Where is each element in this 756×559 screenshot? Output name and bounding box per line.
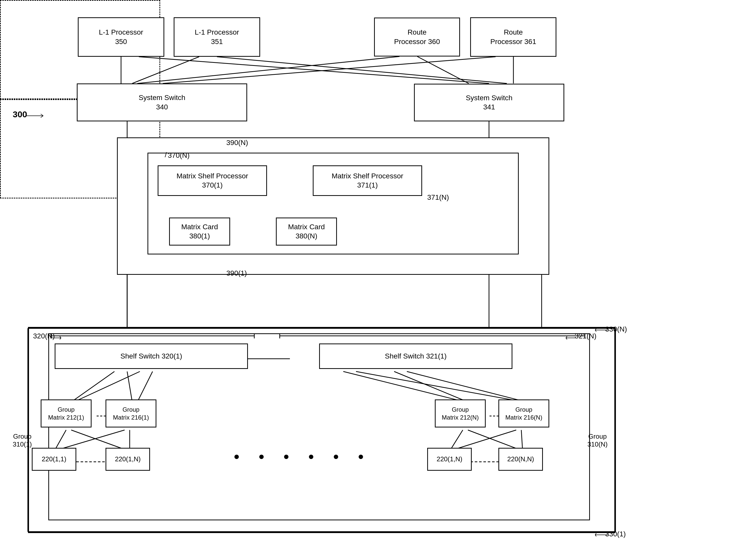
- diagram-container: L-1 Processor350 L-1 Processor351 RouteP…: [0, 0, 756, 559]
- shelf-switch-320: Shelf Switch 320(1): [55, 343, 248, 369]
- svg-line-4: [137, 57, 400, 84]
- l1-processor-350-label: L-1 Processor350: [99, 28, 143, 46]
- box-220-1n-right-label: 220(1,N): [436, 455, 462, 464]
- label-330-1-arrow: [595, 532, 610, 538]
- matrix-shelf-processor-371: Matrix Shelf Processor371(1): [313, 165, 422, 196]
- svg-line-62: [41, 116, 43, 117]
- svg-line-1: [139, 57, 489, 84]
- system-switch-340: System Switch340: [77, 84, 247, 121]
- box-220-1n-left: 220(1,N): [105, 448, 150, 471]
- system-switch-341-label: System Switch341: [466, 93, 513, 112]
- label-320n-arrow: [51, 335, 64, 340]
- box-220-nn: 220(N,N): [498, 448, 543, 471]
- label-390n: 390(N): [226, 139, 248, 147]
- label-370n: 370(N): [168, 151, 190, 159]
- svg-line-3: [217, 57, 507, 84]
- label-371n: 371(N): [427, 193, 449, 202]
- label-group-310-1: Group310(1): [13, 432, 32, 448]
- group-matrix-212-1-label: GroupMatrix 212(1): [48, 406, 84, 421]
- group-matrix-216-1: GroupMatrix 216(1): [105, 400, 157, 427]
- box-220-1n-left-label: 220(1,N): [115, 455, 141, 464]
- box-220-11-label: 220(1,1): [42, 455, 66, 464]
- matrix-card-380-n: Matrix Card380(N): [276, 218, 337, 246]
- matrix-card-380-n-label: Matrix Card380(N): [288, 222, 325, 241]
- label-321n-arrow: [566, 335, 578, 340]
- l1-processor-351-label: L-1 Processor351: [195, 28, 239, 46]
- group-matrix-216-1-label: GroupMatrix 216(1): [113, 406, 149, 421]
- group-matrix-212-n: GroupMatrix 212(N): [435, 400, 486, 427]
- group-matrix-212-1: GroupMatrix 212(1): [41, 400, 92, 427]
- group-matrix-216-n-label: GroupMatrix 216(N): [505, 406, 542, 421]
- svg-line-6: [163, 57, 496, 84]
- svg-line-61: [41, 114, 43, 116]
- slash-370n: /: [165, 151, 167, 159]
- ellipsis-dots: • • • • • •: [234, 448, 371, 465]
- diagram-ref-label: 300: [13, 109, 27, 119]
- matrix-shelf-processor-370: Matrix Shelf Processor370(1): [158, 165, 267, 196]
- system-switch-341: System Switch341: [414, 84, 564, 121]
- label-390-1: 390(1): [226, 269, 247, 277]
- route-processor-360: RouteProcessor 360: [374, 18, 460, 57]
- matrix-card-380-1-label: Matrix Card380(1): [181, 222, 218, 241]
- system-switch-340-label: System Switch340: [139, 93, 185, 112]
- label-330n-arrow: [595, 327, 610, 333]
- svg-line-5: [417, 57, 469, 84]
- route-processor-361: RouteProcessor 361: [470, 17, 557, 57]
- route-processor-361-label: RouteProcessor 361: [490, 28, 536, 46]
- label-group-310-n: Group310(N): [587, 432, 608, 448]
- box-220-nn-label: 220(N,N): [507, 455, 534, 464]
- group-matrix-212-n-label: GroupMatrix 212(N): [442, 406, 478, 421]
- shelf-switch-320-label: Shelf Switch 320(1): [120, 352, 182, 361]
- box-220-11: 220(1,1): [32, 448, 76, 471]
- route-processor-360-label: RouteProcessor 360: [394, 28, 440, 46]
- matrix-shelf-processor-371-label: Matrix Shelf Processor371(1): [332, 172, 403, 190]
- shelf-switch-321: Shelf Switch 321(1): [319, 343, 512, 369]
- shelf-switch-321-label: Shelf Switch 321(1): [385, 352, 447, 361]
- l1-processor-351: L-1 Processor351: [174, 17, 260, 57]
- l1-processor-350: L-1 Processor350: [78, 17, 164, 57]
- box-220-1n-right: 220(1,N): [427, 448, 472, 471]
- diagram-ref-arrow: [25, 112, 46, 119]
- matrix-card-380-1: Matrix Card380(1): [169, 218, 230, 246]
- matrix-shelf-processor-370-label: Matrix Shelf Processor370(1): [176, 172, 248, 190]
- group-matrix-216-n: GroupMatrix 216(N): [498, 400, 549, 427]
